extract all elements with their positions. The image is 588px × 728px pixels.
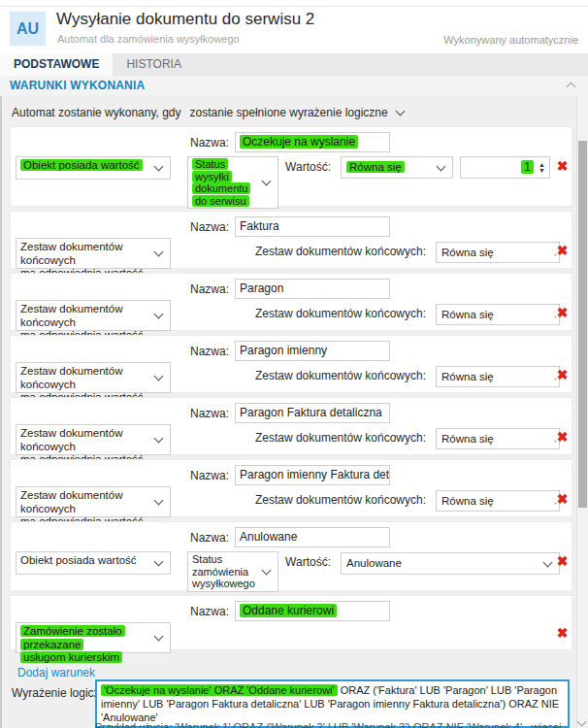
window-top-strip	[0, 0, 588, 7]
docset-operator-select[interactable]: Równa się ‧	[436, 490, 560, 512]
option-text: Zestaw dokumentów końcowych	[20, 241, 122, 266]
collapse-chevron-icon[interactable]	[567, 83, 576, 92]
value-select[interactable]: Anulowane	[341, 552, 560, 575]
condition-name-input[interactable]: Paragon imienny	[235, 341, 390, 361]
docset-operator-select[interactable]: Równa się ‧	[436, 242, 560, 263]
chevron-down-icon	[395, 107, 405, 116]
condition-card: Nazwa: Anulowane Obiekt posiada wartość …	[10, 521, 572, 591]
number-spinner[interactable]: ▲▼	[537, 159, 547, 176]
condition-name-input[interactable]: Oczekuje na wyslanie	[235, 132, 390, 152]
delete-condition-button[interactable]: ✖	[555, 244, 570, 258]
condition-type-select[interactable]: Zamówienie zostało przekazaneusługom kur…	[16, 622, 171, 653]
conditions-panel: Automat zostanie wykonany, gdy zostanie …	[0, 96, 588, 728]
trigger-select[interactable]: zostanie spełnione wyrażenie logiczne	[190, 106, 404, 119]
operator-value: Równa się	[441, 433, 494, 445]
condition-name-value: Oddane kurierowi	[240, 604, 337, 617]
condition-name-input[interactable]: Paragon imienny Faktura detaliczna	[235, 465, 390, 485]
value-value: Anulowane	[346, 557, 402, 569]
name-label: Nazwa:	[11, 220, 229, 234]
option-text: Zamówienie zostało przekazane	[20, 625, 125, 650]
trigger-select-value: zostanie spełnione wyrażenie logiczne	[190, 106, 388, 119]
option-text: do serwisu	[192, 195, 249, 207]
option-text: Zestaw dokumentów końcowych	[20, 365, 122, 390]
tab-historia[interactable]: HISTORIA	[113, 53, 194, 76]
condition-type-select[interactable]: Obiekt posiada wartość	[16, 551, 171, 575]
operator-value: Równa się	[441, 371, 494, 382]
condition-type-select[interactable]: Zestaw dokumentów końcowychma odpowiedni…	[16, 362, 171, 393]
name-label: Nazwa:	[11, 605, 229, 618]
condition-type-select[interactable]: Obiekt posiada wartość	[16, 156, 171, 180]
option-text: zamówienia	[192, 566, 248, 578]
condition-card: Nazwa: Oddane kurierowi Zamówienie zosta…	[10, 595, 572, 650]
operator-select[interactable]: Równa się	[341, 156, 453, 179]
docset-label: Zestaw dokumentów końcowych:	[185, 307, 426, 320]
option-text: dokumentu	[192, 182, 250, 194]
spinner-down-icon[interactable]: ▼	[539, 168, 545, 174]
condition-name-value: Faktura	[240, 219, 279, 233]
delete-condition-button[interactable]: ✖	[555, 159, 570, 174]
delete-condition-button[interactable]: ✖	[555, 492, 570, 507]
docset-label: Zestaw dokumentów końcowych:	[185, 431, 426, 445]
docset-label: Zestaw dokumentów końcowych:	[185, 493, 426, 507]
condition-name-value: Paragon Faktura detaliczna	[240, 406, 382, 419]
option-text: wysyłkowego	[192, 578, 255, 589]
delete-condition-button[interactable]: ✖	[555, 626, 570, 641]
condition-card: Nazwa: Paragon Zestaw dokumentów końcowy…	[10, 273, 572, 331]
delete-condition-button[interactable]: ✖	[555, 554, 570, 569]
automation-header: AU Wysyłanie dokumentu do serwisu 2 Auto…	[0, 7, 588, 53]
scrollbar[interactable]	[576, 96, 588, 728]
page-title: Wysyłanie dokumentu do serwisu 2	[56, 10, 314, 29]
condition-name-input[interactable]: Paragon Faktura detaliczna	[235, 403, 390, 423]
number-input[interactable]: 1▲▼	[460, 156, 550, 179]
docset-operator-select[interactable]: Równa się ‧	[436, 428, 560, 449]
name-label: Nazwa:	[11, 407, 229, 420]
condition-name-value: Paragon	[240, 281, 283, 295]
condition-card: Nazwa: Paragon imienny Zestaw dokumentów…	[10, 335, 572, 393]
docset-label: Zestaw dokumentów końcowych:	[185, 245, 426, 258]
delete-condition-button[interactable]: ✖	[555, 368, 570, 382]
panel-left-edge	[0, 96, 2, 728]
option-text: Status	[192, 158, 228, 170]
name-label: Nazwa:	[11, 282, 229, 296]
tab-podstawowe[interactable]: PODSTAWOWE	[0, 53, 113, 76]
section-title: WARUNKI WYKONANIA	[10, 79, 145, 92]
delete-condition-button[interactable]: ✖	[555, 306, 570, 320]
name-label: Nazwa:	[11, 136, 229, 149]
option-text: Obiekt posiada wartość	[20, 554, 137, 566]
condition-name-value: Paragon imienny	[240, 344, 327, 357]
delete-condition-button[interactable]: ✖	[555, 430, 570, 445]
option-text: usługom kurierskim	[20, 651, 122, 663]
name-label: Nazwa:	[11, 469, 229, 482]
condition-name-input[interactable]: Paragon	[235, 279, 390, 299]
docset-operator-select[interactable]: Równa się ‧	[436, 304, 560, 325]
operator-value: Równa się	[441, 247, 494, 258]
condition-type-select[interactable]: Zestaw dokumentów końcowychma odpowiedni…	[16, 424, 171, 455]
condition-name-input[interactable]: Faktura	[235, 216, 390, 237]
condition-name-input[interactable]: Oddane kurierowi	[235, 601, 390, 621]
condition-name-value: Anulowane	[240, 530, 297, 544]
option-text: Status	[192, 553, 222, 565]
scrollbar-thumb[interactable]	[578, 141, 587, 508]
condition-type-select[interactable]: Zestaw dokumentów końcowychma odpowiedni…	[16, 300, 171, 331]
number-value: 1	[521, 160, 534, 174]
add-condition-link[interactable]: Dodaj warunek	[17, 666, 95, 679]
docset-label: Zestaw dokumentów końcowych:	[185, 369, 426, 382]
name-label: Nazwa:	[11, 531, 229, 545]
operator-value: Równa się	[346, 161, 405, 173]
condition-card: Nazwa: Faktura Zestaw dokumentów końcowy…	[10, 211, 572, 269]
condition-type-select[interactable]: Zestaw dokumentów końcowychma odpowiedni…	[16, 238, 171, 269]
condition-card: Nazwa: Paragon Faktura detaliczna Zestaw…	[10, 397, 572, 455]
expression-highlighted-part: 'Oczekuje na wyslanie' ORAZ 'Oddane kuri…	[101, 684, 338, 696]
operator-value: Równa się	[441, 495, 494, 507]
condition-card: Nazwa: Oczekuje na wyslanie Obiekt posia…	[10, 126, 572, 207]
name-label: Nazwa:	[11, 345, 229, 358]
docset-operator-select[interactable]: Równa się ‧	[436, 366, 560, 387]
option-text: wysyłki	[192, 171, 232, 182]
option-text: Zestaw dokumentów końcowych	[20, 303, 122, 328]
option-text: Obiekt posiada wartość	[20, 159, 143, 171]
condition-name-input[interactable]: Anulowane	[235, 527, 390, 547]
section-header: WARUNKI WYKONANIA	[0, 76, 588, 95]
option-text: Zestaw dokumentów końcowych	[20, 489, 122, 514]
au-badge: AU	[10, 12, 46, 46]
condition-type-select[interactable]: Zestaw dokumentów końcowychma odpowiedni…	[16, 486, 171, 517]
